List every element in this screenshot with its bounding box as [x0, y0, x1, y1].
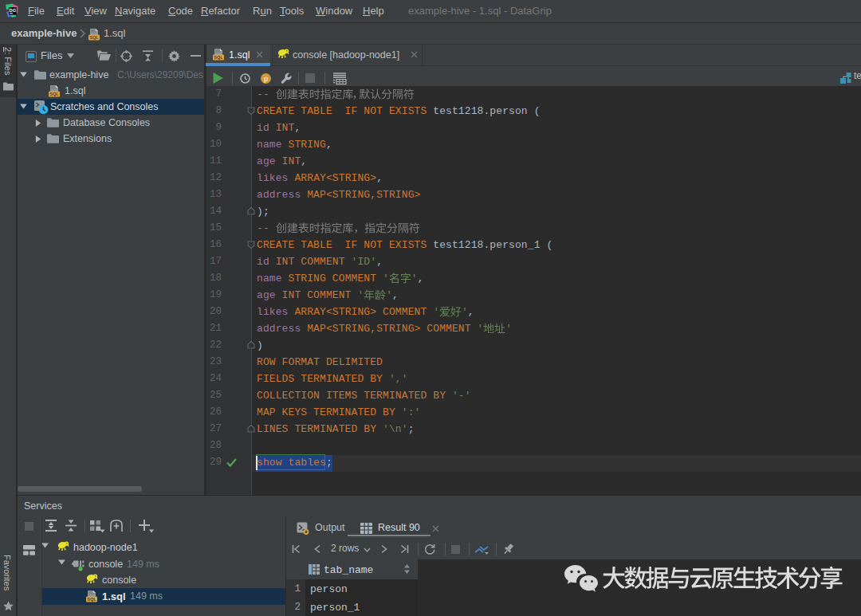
- svg-text:SQL: SQL: [87, 597, 96, 602]
- svg-text:SQL: SQL: [89, 35, 99, 40]
- svg-text:DG: DG: [10, 8, 17, 13]
- svg-text:p: p: [264, 75, 268, 83]
- svg-text:SQL: SQL: [214, 55, 223, 60]
- svg-text:SQL: SQL: [49, 92, 59, 96]
